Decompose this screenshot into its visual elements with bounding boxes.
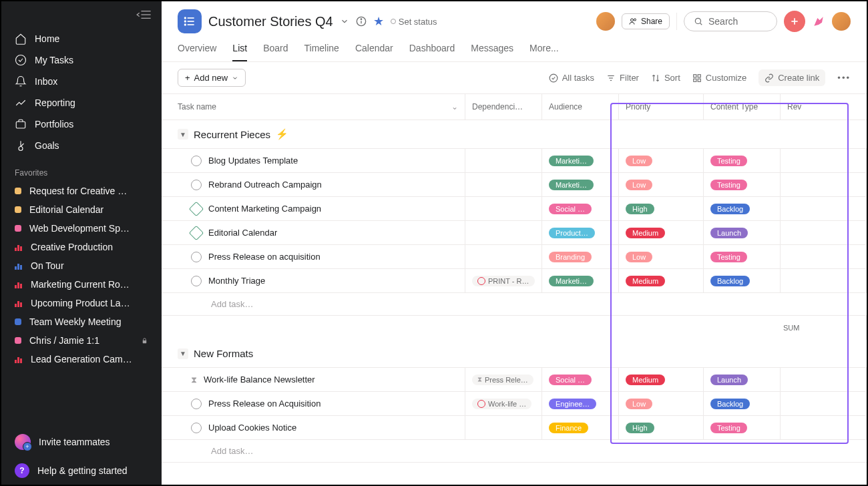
search-input[interactable]: Search [684,11,777,31]
rev-cell[interactable] [781,368,867,391]
task-name-cell[interactable]: Press Release on Acquisition [162,392,465,415]
task-name-cell[interactable]: Press Release on acquisition [162,245,465,268]
rev-cell[interactable] [781,245,867,268]
more-actions-button[interactable]: ••• [837,73,851,83]
audience-cell[interactable]: Marketi… [542,149,619,172]
dependency-cell[interactable] [465,149,542,172]
complete-toggle[interactable] [191,423,202,433]
nav-home[interactable]: Home [1,28,162,49]
favorite-item[interactable]: Team Weekly Meeting [1,312,162,331]
nav-goals[interactable]: Goals [1,135,162,156]
task-name-cell[interactable]: Rebrand Outreach Campaign [162,173,465,196]
all-tasks-button[interactable]: All tasks [549,73,594,83]
rev-cell[interactable] [781,221,867,244]
rev-cell[interactable] [781,149,867,172]
add-task-input[interactable]: Add task… [162,439,867,463]
add-new-button[interactable]: + Add new [178,69,246,87]
audience-cell[interactable]: Marketi… [542,173,619,196]
content-type-cell[interactable]: Backlog [704,197,781,220]
favorite-item[interactable]: Lead Generation Cam… [1,350,162,369]
sort-button[interactable]: Sort [651,73,680,83]
rev-cell[interactable] [781,416,867,439]
column-content-type[interactable]: Content Type [704,94,781,119]
dependency-cell[interactable] [465,173,542,196]
set-status-button[interactable]: Set status [391,17,437,27]
task-row[interactable]: Press Release on acquisitionBrandingLowT… [162,244,867,268]
audience-cell[interactable]: Enginee… [542,392,619,415]
section-header[interactable]: ▼New Formats [162,340,867,367]
rev-cell[interactable] [781,197,867,220]
audience-cell[interactable]: Branding [542,245,619,268]
task-row[interactable]: ⧗Work-life Balance NewsletterPress Rele…… [162,367,867,391]
column-dependencies[interactable]: Dependenci… [465,94,542,119]
nav-my-tasks[interactable]: My Tasks [1,49,162,71]
favorite-item[interactable]: On Tour [1,256,162,275]
content-type-cell[interactable]: Backlog [704,392,781,415]
favorite-star-button[interactable]: ★ [373,14,384,29]
content-type-cell[interactable]: Launch [704,368,781,391]
tab-list[interactable]: List [232,43,247,61]
task-name-cell[interactable]: ⧗Work-life Balance Newsletter [162,368,465,391]
task-row[interactable]: Rebrand Outreach CampaignMarketi…LowTest… [162,172,867,196]
add-task-input[interactable]: Add task… [162,292,867,316]
audience-cell[interactable]: Social … [542,197,619,220]
favorite-item[interactable]: Chris / Jamie 1:1 [1,331,162,350]
content-type-cell[interactable]: Testing [704,149,781,172]
favorite-item[interactable]: Request for Creative … [1,182,162,200]
task-row[interactable]: Upload Cookies NoticeFinanceHighTesting [162,415,867,439]
priority-cell[interactable]: High [619,416,704,439]
audience-cell[interactable]: Social … [542,368,619,391]
audience-cell[interactable]: Product… [542,221,619,244]
celebration-icon[interactable] [812,15,825,28]
nav-inbox[interactable]: Inbox [1,71,162,92]
tab-calendar[interactable]: Calendar [355,43,393,61]
task-row[interactable]: Press Release on AcquisitionWork-life …E… [162,391,867,415]
help-button[interactable]: ? Help & getting started [1,457,162,485]
priority-cell[interactable]: Medium [619,221,704,244]
task-row[interactable]: Content Marketing CampaignSocial …HighBa… [162,196,867,220]
create-button[interactable] [784,11,805,32]
priority-cell[interactable]: Low [619,392,704,415]
task-name-cell[interactable]: Editorial Calendar [162,221,465,244]
favorite-item[interactable]: Marketing Current Ro… [1,275,162,294]
column-audience[interactable]: Audience [542,94,619,119]
column-priority[interactable]: Priority [619,94,704,119]
project-info-button[interactable] [356,16,367,27]
dependency-cell[interactable] [465,416,542,439]
collapse-sidebar-button[interactable] [136,9,151,20]
create-link-button[interactable]: Create link [758,69,825,86]
filter-button[interactable]: Filter [606,73,639,83]
task-name-cell[interactable]: Monthly Triage [162,269,465,292]
invite-teammates-button[interactable]: Invite teammates [1,427,162,457]
complete-toggle[interactable] [191,252,202,262]
rev-cell[interactable] [781,392,867,415]
content-type-cell[interactable]: Backlog [704,269,781,292]
priority-cell[interactable]: Medium [619,368,704,391]
complete-toggle[interactable] [191,180,202,190]
customize-button[interactable]: Customize [692,73,746,83]
user-avatar[interactable] [832,12,851,31]
priority-cell[interactable]: Medium [619,269,704,292]
priority-cell[interactable]: Low [619,173,704,196]
task-name-cell[interactable]: Blog Updates Template [162,149,465,172]
rev-cell[interactable] [781,173,867,196]
content-type-cell[interactable]: Testing [704,245,781,268]
dependency-cell[interactable] [465,221,542,244]
section-header[interactable]: ▼Recurrent Pieces⚡ [162,120,867,148]
column-rev[interactable]: Rev [781,94,867,119]
priority-cell[interactable]: Low [619,149,704,172]
tab-more[interactable]: More... [529,43,559,61]
share-button[interactable]: Share [622,13,670,29]
complete-toggle[interactable] [191,276,202,286]
tab-messages[interactable]: Messages [471,43,513,61]
dependency-cell[interactable]: Work-life … [465,392,542,415]
complete-toggle[interactable] [191,156,202,166]
milestone-icon[interactable] [189,225,204,240]
tab-timeline[interactable]: Timeline [304,43,339,61]
content-type-cell[interactable]: Testing [704,416,781,439]
nav-portfolios[interactable]: Portfolios [1,113,162,135]
task-name-cell[interactable]: Content Marketing Campaign [162,197,465,220]
tab-board[interactable]: Board [263,43,288,61]
favorite-item[interactable]: Editorial Calendar [1,200,162,219]
member-avatar[interactable] [596,12,615,31]
